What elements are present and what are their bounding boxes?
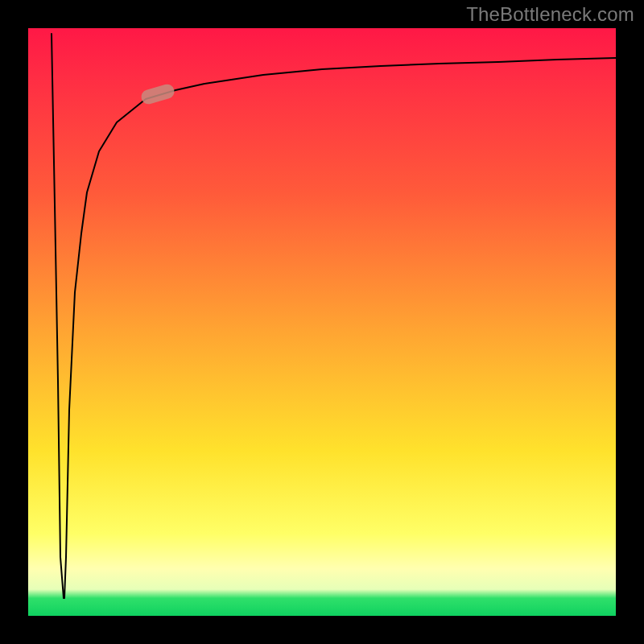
bottleneck-curve: [52, 34, 616, 598]
frame-border-left: [0, 0, 28, 644]
frame-border-bottom: [0, 616, 644, 644]
curve-layer: [28, 28, 616, 616]
frame-border-top: [0, 0, 644, 28]
chart-frame: TheBottleneck.com: [0, 0, 644, 644]
curve-marker-pill: [139, 83, 175, 106]
frame-border-right: [616, 0, 644, 644]
